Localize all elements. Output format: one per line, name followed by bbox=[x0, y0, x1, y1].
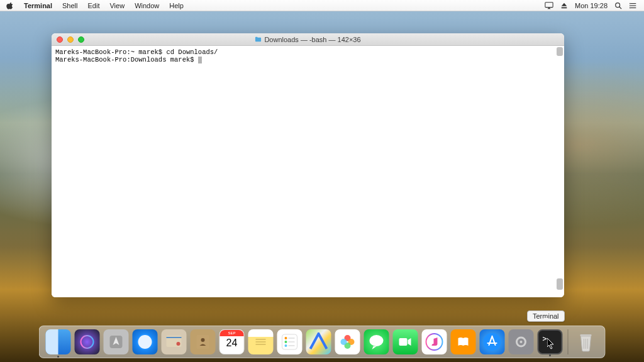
menubar-clock[interactable]: Mon 19:28 bbox=[575, 2, 608, 9]
menubar-right: Mon 19:28 bbox=[545, 1, 644, 10]
svg-point-6 bbox=[630, 3, 631, 4]
calendar-day: 24 bbox=[220, 337, 244, 349]
dock-separator bbox=[568, 329, 569, 354]
dock-system-preferences[interactable] bbox=[509, 329, 534, 354]
menu-window[interactable]: Window bbox=[130, 0, 164, 11]
dock-tooltip: Terminal bbox=[527, 310, 565, 322]
menu-view[interactable]: View bbox=[104, 0, 130, 11]
dock-messages[interactable] bbox=[364, 329, 389, 354]
dock-trash[interactable] bbox=[574, 329, 599, 354]
airplay-icon[interactable] bbox=[545, 1, 553, 10]
svg-point-14 bbox=[138, 335, 152, 349]
dock-notes[interactable] bbox=[248, 329, 274, 354]
calendar-month: SEP bbox=[220, 330, 244, 336]
mouse-cursor bbox=[547, 338, 555, 349]
dock-siri[interactable] bbox=[75, 329, 100, 354]
dock-safari[interactable] bbox=[133, 329, 158, 354]
terminal-body[interactable]: Mareks-MacBook-Pro:~ marek$ cd Downloads… bbox=[52, 46, 564, 297]
dock-reminders[interactable] bbox=[277, 329, 303, 354]
terminal-line-2: Mareks-MacBook-Pro:Downloads marek$ bbox=[55, 56, 560, 63]
window-title-text: Downloads — -bash — 142×36 bbox=[264, 36, 360, 43]
dock-calendar[interactable]: SEP 24 bbox=[219, 329, 245, 354]
svg-point-7 bbox=[630, 5, 631, 6]
svg-point-33 bbox=[341, 339, 347, 345]
dock-tooltip-label: Terminal bbox=[533, 312, 559, 320]
svg-point-24 bbox=[285, 337, 287, 339]
dock-photos[interactable] bbox=[335, 329, 360, 354]
terminal-cursor bbox=[198, 57, 202, 63]
menu-help[interactable]: Help bbox=[164, 0, 189, 11]
dock-finder[interactable] bbox=[46, 329, 71, 354]
menu-shell[interactable]: Shell bbox=[57, 0, 82, 11]
apple-menu-icon[interactable] bbox=[6, 2, 14, 9]
svg-point-19 bbox=[201, 338, 205, 342]
svg-rect-16 bbox=[167, 337, 182, 338]
dock-launchpad[interactable] bbox=[104, 329, 129, 354]
terminal-window: Downloads — -bash — 142×36 Mareks-MacBoo… bbox=[52, 33, 564, 297]
svg-line-2 bbox=[619, 6, 621, 8]
dock-appstore[interactable] bbox=[480, 329, 505, 354]
dock-itunes[interactable] bbox=[422, 329, 447, 354]
window-title: Downloads — -bash — 142×36 bbox=[52, 36, 564, 43]
svg-rect-0 bbox=[545, 2, 553, 7]
menubar: Terminal Shell Edit View Window Help Mon… bbox=[0, 0, 644, 11]
notifications-icon[interactable] bbox=[629, 1, 638, 10]
terminal-prompt: Mareks-MacBook-Pro:Downloads marek$ bbox=[55, 56, 198, 63]
svg-point-17 bbox=[177, 342, 180, 346]
svg-point-8 bbox=[630, 7, 631, 8]
svg-point-1 bbox=[616, 3, 620, 7]
svg-point-25 bbox=[285, 341, 287, 343]
spotlight-icon[interactable] bbox=[614, 1, 623, 10]
svg-point-42 bbox=[520, 341, 523, 343]
dock-facetime[interactable] bbox=[393, 329, 418, 354]
menu-edit[interactable]: Edit bbox=[83, 0, 105, 11]
menubar-app-name[interactable]: Terminal bbox=[19, 0, 57, 11]
svg-rect-35 bbox=[399, 338, 408, 346]
svg-rect-9 bbox=[255, 38, 261, 41]
svg-point-11 bbox=[81, 336, 94, 348]
running-indicator bbox=[57, 356, 59, 358]
scrollbar-bottom[interactable] bbox=[557, 278, 563, 290]
running-indicator bbox=[549, 354, 551, 356]
dock-maps[interactable] bbox=[306, 329, 331, 354]
dock-contacts[interactable] bbox=[191, 329, 216, 354]
svg-point-26 bbox=[285, 344, 287, 347]
terminal-line-1: Mareks-MacBook-Pro:~ marek$ cd Downloads… bbox=[55, 48, 560, 56]
svg-rect-43 bbox=[580, 334, 592, 336]
dock-mail[interactable] bbox=[162, 329, 187, 354]
svg-rect-10 bbox=[255, 37, 258, 38]
menubar-left: Terminal Shell Edit View Window Help bbox=[0, 0, 189, 11]
eject-icon[interactable] bbox=[560, 1, 569, 10]
scrollbar-top[interactable] bbox=[557, 47, 563, 56]
dock-ibooks[interactable] bbox=[451, 329, 476, 354]
folder-icon bbox=[255, 36, 262, 43]
dock: SEP 24 bbox=[39, 326, 606, 358]
window-titlebar[interactable]: Downloads — -bash — 142×36 bbox=[52, 33, 564, 46]
svg-point-34 bbox=[370, 335, 384, 346]
